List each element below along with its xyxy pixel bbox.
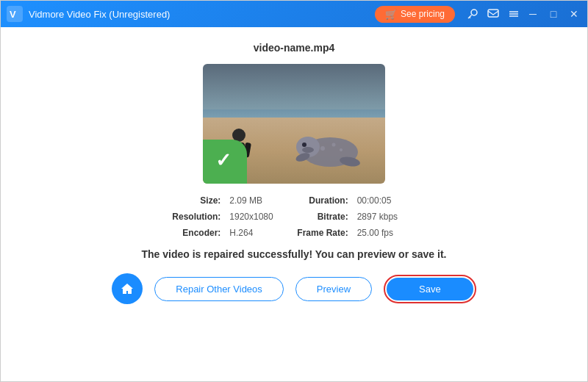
bitrate-label: Bitrate: xyxy=(297,212,348,222)
svg-rect-5 xyxy=(488,10,498,17)
duration-label: Duration: xyxy=(297,195,348,206)
video-filename: video-name.mp4 xyxy=(254,42,334,54)
cart-icon: 🛒 xyxy=(385,9,397,20)
svg-point-2 xyxy=(471,10,477,15)
home-button[interactable] xyxy=(112,273,143,304)
key-icon-button[interactable] xyxy=(467,8,478,20)
framerate-value: 25.00 fps xyxy=(357,228,416,238)
encoder-label: Encoder: xyxy=(172,228,220,238)
bottom-action-bar: Repair Other Videos Preview Save xyxy=(23,273,565,304)
video-info-grid: Size: 2.09 MB Duration: 00:00:05 Resolut… xyxy=(172,195,415,238)
menu-icon-button[interactable] xyxy=(508,8,520,20)
app-logo: V xyxy=(7,6,23,22)
resolution-label: Resolution: xyxy=(172,212,220,222)
home-icon xyxy=(121,282,134,295)
framerate-label: Frame Rate: xyxy=(297,228,348,238)
titlebar: V Vidmore Video Fix (Unregistered) 🛒 See… xyxy=(1,1,587,27)
save-button[interactable]: Save xyxy=(387,278,473,300)
main-content: video-name.mp4 xyxy=(1,27,587,381)
svg-point-15 xyxy=(320,146,325,151)
app-title: Vidmore Video Fix (Unregistered) xyxy=(29,9,375,20)
seal-illustration xyxy=(282,119,363,170)
window-controls: ─ □ ✕ xyxy=(526,7,581,21)
svg-point-12 xyxy=(302,147,314,153)
svg-text:V: V xyxy=(10,9,16,20)
svg-point-11 xyxy=(302,143,306,147)
pricing-label: See pricing xyxy=(401,9,445,19)
encoder-value: H.264 xyxy=(229,228,288,238)
success-checkmark-overlay: ✓ xyxy=(203,140,247,184)
success-message: The video is repaired successfully! You … xyxy=(142,248,447,260)
minimize-button[interactable]: ─ xyxy=(526,7,540,21)
svg-line-4 xyxy=(470,17,471,18)
size-value: 2.09 MB xyxy=(229,195,288,206)
bitrate-value: 2897 kbps xyxy=(357,212,416,222)
feedback-icon-button[interactable] xyxy=(487,8,499,20)
video-thumbnail: ✓ xyxy=(203,64,385,184)
resolution-value: 1920x1080 xyxy=(229,212,288,222)
preview-button[interactable]: Preview xyxy=(295,277,372,301)
restore-button[interactable]: □ xyxy=(546,7,561,21)
repair-other-videos-button[interactable]: Repair Other Videos xyxy=(154,277,284,301)
save-button-wrapper: Save xyxy=(384,275,476,303)
close-button[interactable]: ✕ xyxy=(567,7,581,21)
svg-point-17 xyxy=(340,148,343,151)
duration-value: 00:00:05 xyxy=(357,195,416,206)
checkmark-icon: ✓ xyxy=(215,149,232,172)
svg-point-16 xyxy=(332,143,336,147)
beach-scene: ✓ xyxy=(203,64,385,184)
size-label: Size: xyxy=(172,195,220,206)
see-pricing-button[interactable]: 🛒 See pricing xyxy=(375,6,455,23)
toolbar-actions xyxy=(467,8,520,20)
